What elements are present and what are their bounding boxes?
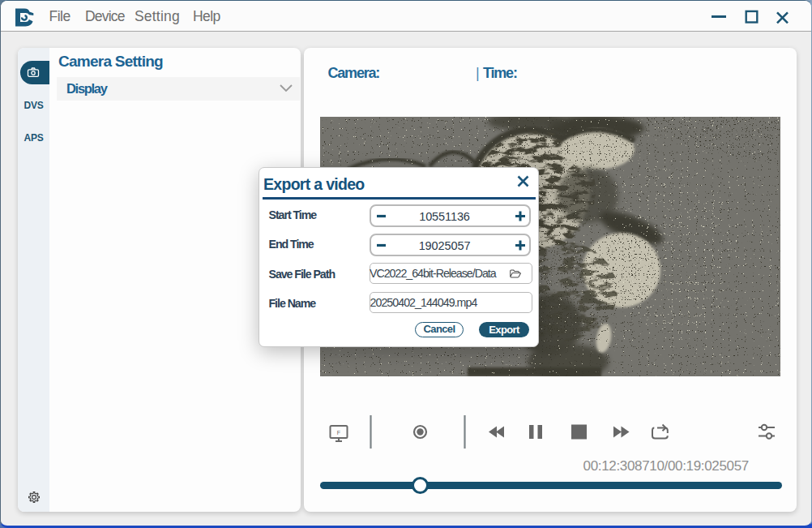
svg-text:F: F xyxy=(337,430,340,436)
